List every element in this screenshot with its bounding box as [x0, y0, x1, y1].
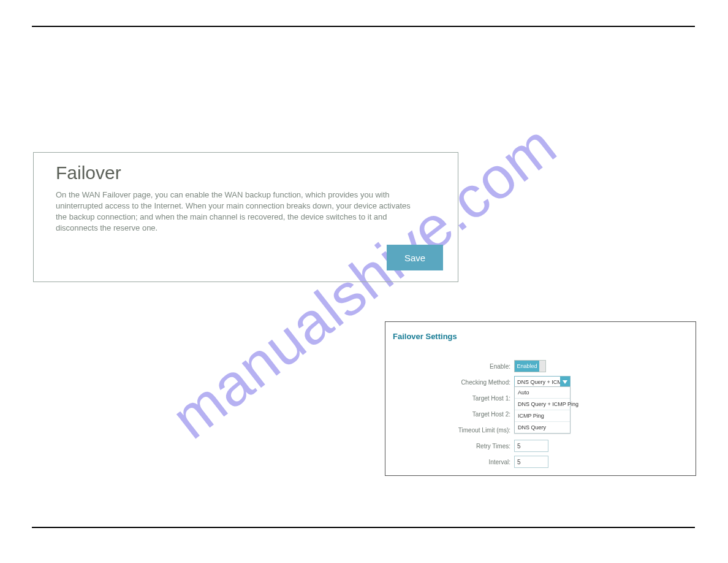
label-enable: Enable: — [392, 363, 514, 370]
row-interval: Interval: — [392, 454, 683, 470]
label-retry: Retry Times: — [392, 443, 514, 450]
enable-toggle[interactable]: Enabled — [514, 360, 546, 372]
label-target-host-2: Target Host 2: — [392, 411, 514, 418]
dropdown-option[interactable]: Auto — [515, 387, 570, 399]
bottom-rule — [32, 527, 695, 528]
label-target-host-1: Target Host 1: — [392, 395, 514, 402]
label-interval: Interval: — [392, 459, 514, 465]
failover-settings-panel: Failover Settings Enable: Enabled Checki… — [385, 321, 696, 476]
enable-toggle-state: Enabled — [515, 361, 539, 372]
checking-method-dropdown[interactable]: Auto DNS Query + ICMP Ping ICMP Ping DNS… — [514, 386, 571, 434]
dropdown-option[interactable]: DNS Query + ICMP Ping — [515, 399, 570, 410]
label-timeout: Timeout Limit (ms): — [392, 427, 514, 434]
checking-method-value: DNS Query + ICMP... — [515, 379, 560, 385]
failover-description: On the WAN Failover page, you can enable… — [56, 190, 423, 234]
failover-panel: Failover On the WAN Failover page, you c… — [33, 152, 458, 282]
failover-title: Failover — [56, 163, 436, 183]
row-retry: Retry Times: — [392, 438, 683, 454]
settings-title: Failover Settings — [393, 332, 683, 341]
retry-input[interactable] — [514, 440, 548, 452]
dropdown-option[interactable]: DNS Query — [515, 422, 570, 433]
interval-input[interactable] — [514, 456, 548, 468]
save-button[interactable]: Save — [387, 245, 443, 270]
row-enable: Enable: Enabled — [392, 358, 683, 374]
label-checking-method: Checking Method: — [392, 379, 514, 386]
top-rule — [32, 26, 695, 27]
dropdown-option[interactable]: ICMP Ping — [515, 410, 570, 422]
settings-form: Enable: Enabled Checking Method: DNS Que… — [392, 358, 683, 470]
